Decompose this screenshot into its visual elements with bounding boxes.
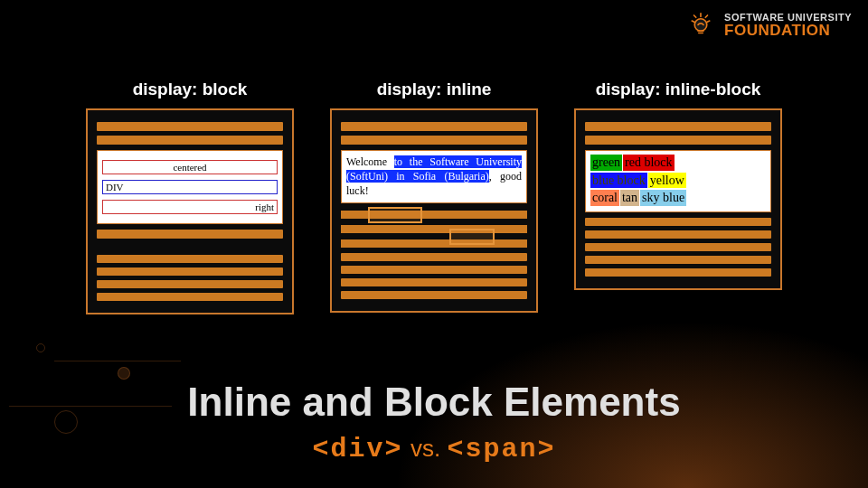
block-row-div: DIV <box>102 180 278 194</box>
text-bar <box>585 136 771 145</box>
text-bar <box>585 256 771 264</box>
brand-logo: SOFTWARE UNIVERSITY FOUNDATION <box>684 7 852 43</box>
column-block: display: block centered DIV right <box>86 80 294 314</box>
svg-point-0 <box>694 19 707 32</box>
text-bar <box>97 230 283 239</box>
text-bar <box>341 266 527 274</box>
inline-schematic <box>341 209 527 249</box>
code-span: <span> <box>447 434 555 465</box>
display-block-panel: centered DIV right <box>86 108 294 314</box>
text-bar <box>97 280 283 288</box>
text-bar <box>585 122 771 131</box>
slide-title: Inline and Block Elements <box>0 380 868 425</box>
text-bar <box>341 136 527 145</box>
text-bar <box>97 293 283 301</box>
slide-subtitle: <div> vs. <span> <box>0 432 868 465</box>
display-inline-panel: Welcome to the Software University (Soft… <box>330 108 538 313</box>
display-inline-block-panel: greenred block blue blockyellow coraltan… <box>574 108 782 290</box>
bg-circuit-node <box>118 367 130 380</box>
logo-line2: FOUNDATION <box>724 23 852 38</box>
swatch-skyblue: sky blue <box>640 190 686 206</box>
code-div: <div> <box>313 434 403 465</box>
block-row-right: right <box>102 200 278 214</box>
text-bar <box>341 291 527 299</box>
vs-text: vs. <box>410 435 447 462</box>
column-inline: display: inline Welcome to the Software … <box>330 80 538 314</box>
block-row-centered: centered <box>102 160 278 174</box>
text-bar <box>97 255 283 263</box>
swatch-red: red block <box>623 155 674 171</box>
text-bar <box>341 122 527 131</box>
column-inline-block: display: inline-block greenred block blu… <box>574 80 782 314</box>
inline-text: Welcome <box>346 155 394 168</box>
bg-circuit-trace <box>54 361 181 361</box>
inline-box-outline <box>368 207 422 223</box>
text-bar <box>585 230 771 239</box>
lightbulb-icon <box>684 7 717 43</box>
swatch-tan: tan <box>620 190 639 206</box>
inline-box-outline <box>449 229 495 245</box>
swatch-blue: blue block <box>590 173 647 189</box>
text-bar <box>97 136 283 145</box>
text-bar <box>97 122 283 131</box>
swatch-green: green <box>590 155 622 171</box>
text-bar <box>585 218 771 226</box>
text-bar <box>341 278 527 286</box>
text-bar <box>341 253 527 261</box>
column-heading: display: inline-block <box>574 80 782 99</box>
bg-circuit-node <box>36 343 45 352</box>
text-bar <box>97 267 283 276</box>
columns-row: display: block centered DIV right displa… <box>0 80 868 314</box>
column-heading: display: inline <box>330 80 538 99</box>
inline-demo: Welcome to the Software University (Soft… <box>341 150 527 203</box>
swatch-yellow: yellow <box>648 173 686 189</box>
inline-block-demo: greenred block blue blockyellow coraltan… <box>585 150 771 212</box>
column-heading: display: block <box>86 80 294 99</box>
block-demo: centered DIV right <box>97 150 283 224</box>
swatch-coral: coral <box>590 190 619 206</box>
text-bar <box>585 268 771 277</box>
text-bar <box>585 243 771 251</box>
